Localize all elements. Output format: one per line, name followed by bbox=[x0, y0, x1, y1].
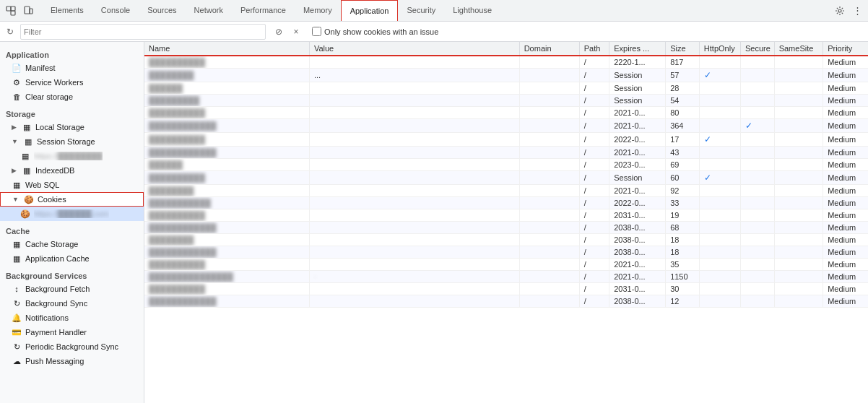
cell-httponly bbox=[699, 246, 740, 259]
table-row[interactable]: ██████/2023-0...69Medium bbox=[144, 159, 868, 171]
table-row[interactable]: ██████████/2022-0...17✓Medium bbox=[144, 133, 868, 147]
cell-samesite bbox=[774, 283, 823, 295]
refresh-button[interactable]: ↻ bbox=[3, 25, 17, 39]
sidebar-label-indexeddb: IndexedDB bbox=[35, 166, 74, 175]
issue-filter-checkbox[interactable] bbox=[312, 27, 321, 36]
close-filter-icon[interactable]: × bbox=[289, 25, 303, 39]
table-row[interactable]: ████████████/2038-0...18Medium bbox=[144, 246, 868, 259]
sidebar-item-session-https[interactable]: ▦ https://████████ bbox=[0, 149, 144, 163]
table-row[interactable]: ████████████/2021-0...364✓Medium bbox=[144, 119, 868, 133]
table-row[interactable]: ████████████/2038-0...68Medium bbox=[144, 222, 868, 234]
table-row[interactable]: █████████/Session54Medium bbox=[144, 95, 868, 107]
tab-performance[interactable]: Performance bbox=[232, 0, 295, 21]
cell-secure bbox=[740, 185, 774, 197]
cell-httponly bbox=[699, 82, 740, 95]
cell-httponly bbox=[699, 159, 740, 171]
cell-domain bbox=[519, 69, 579, 82]
cell-samesite bbox=[774, 271, 823, 283]
col-header-name[interactable]: Name bbox=[144, 42, 309, 56]
cell-value bbox=[309, 119, 519, 133]
cell-samesite bbox=[774, 197, 823, 209]
table-row[interactable]: ████████/2021-0...92Medium bbox=[144, 185, 868, 197]
table-row[interactable]: ███████████/2022-0...33Medium bbox=[144, 197, 868, 209]
sidebar-item-application-cache[interactable]: ▦ Application Cache bbox=[0, 251, 144, 266]
table-row[interactable]: ██████████/2220-1...817Medium bbox=[144, 56, 868, 69]
table-row[interactable]: ████████/2038-0...18Medium bbox=[144, 234, 868, 246]
sidebar-item-notifications[interactable]: 🔔 Notifications bbox=[0, 311, 144, 325]
clear-filter-icon[interactable]: ⊘ bbox=[272, 25, 286, 39]
sidebar-item-cache-storage[interactable]: ▦ Cache Storage bbox=[0, 237, 144, 251]
table-row[interactable]: ███████████████·/2021-0...1150Medium bbox=[144, 271, 868, 283]
device-icon[interactable] bbox=[20, 3, 36, 19]
cell-domain bbox=[519, 133, 579, 147]
table-row[interactable]: ██████/Session28Medium bbox=[144, 82, 868, 95]
sidebar-item-payment-handler[interactable]: 💳 Payment Handler bbox=[0, 325, 144, 339]
svg-rect-1 bbox=[11, 11, 15, 15]
filter-input[interactable] bbox=[24, 27, 262, 36]
more-icon[interactable]: ⋮ bbox=[849, 3, 865, 19]
filter-input-wrap[interactable] bbox=[20, 24, 266, 40]
cell-priority: Medium bbox=[823, 259, 868, 271]
sidebar-item-bg-sync[interactable]: ↻ Background Sync bbox=[0, 296, 144, 311]
col-header-path[interactable]: Path bbox=[579, 42, 609, 56]
cell-samesite bbox=[774, 82, 823, 95]
cell-httponly bbox=[699, 197, 740, 209]
table-row[interactable]: ██████████/Session60✓Medium bbox=[144, 171, 868, 185]
table-row[interactable]: ████████████/2038-0...12Medium bbox=[144, 295, 868, 308]
cell-httponly: ✓ bbox=[699, 133, 740, 147]
sidebar-item-local-storage[interactable]: ▶ ▦ Local Storage bbox=[0, 120, 144, 134]
cell-path: / bbox=[579, 283, 609, 295]
col-header-domain[interactable]: Domain bbox=[519, 42, 579, 56]
cell-secure bbox=[740, 283, 774, 295]
tab-elements[interactable]: Elements bbox=[42, 0, 92, 21]
cell-domain bbox=[519, 222, 579, 234]
table-row[interactable]: ██████████/2031-0...30Medium bbox=[144, 283, 868, 295]
col-header-priority[interactable]: Priority bbox=[823, 42, 868, 56]
manifest-icon: 📄 bbox=[12, 63, 22, 73]
table-row[interactable]: ██████████/2031-0...19Medium bbox=[144, 209, 868, 222]
top-bar: Elements Console Sources Network Perform… bbox=[0, 0, 868, 22]
table-row[interactable]: ██████████/2021-0...35Medium bbox=[144, 259, 868, 271]
tab-console[interactable]: Console bbox=[92, 0, 139, 21]
col-header-httponly[interactable]: HttpOnly bbox=[699, 42, 740, 56]
tab-lighthouse[interactable]: Lighthouse bbox=[444, 0, 500, 21]
sidebar-item-session-storage[interactable]: ▼ ▦ Session Storage bbox=[0, 134, 144, 149]
col-header-size[interactable]: Size bbox=[666, 42, 700, 56]
settings-icon[interactable] bbox=[832, 3, 848, 19]
cell-priority: Medium bbox=[823, 147, 868, 159]
issue-filter-wrap[interactable]: Only show cookies with an issue bbox=[312, 27, 438, 36]
tab-network[interactable]: Network bbox=[186, 0, 232, 21]
sidebar-item-indexeddb[interactable]: ▶ ▦ IndexedDB bbox=[0, 163, 144, 178]
cell-name: ██████████ bbox=[144, 171, 309, 185]
cell-size: 60 bbox=[666, 171, 700, 185]
cell-expires: Session bbox=[609, 171, 666, 185]
table-row[interactable]: ████████.../Session57✓Medium bbox=[144, 69, 868, 82]
cell-domain bbox=[519, 271, 579, 283]
sidebar-item-cookies[interactable]: ▼ 🍪 Cookies bbox=[0, 192, 144, 207]
col-header-samesite[interactable]: SameSite bbox=[774, 42, 823, 56]
cell-expires: 2021-0... bbox=[609, 259, 666, 271]
sidebar-item-periodic-bg-sync[interactable]: ↻ Periodic Background Sync bbox=[0, 339, 144, 354]
sidebar-item-push-messaging[interactable]: ☁ Push Messaging bbox=[0, 354, 144, 368]
sidebar-item-service-workers[interactable]: ⚙ Service Workers bbox=[0, 75, 144, 90]
sidebar-item-cookies-url[interactable]: 🍪 https://██████.com bbox=[0, 207, 144, 221]
sidebar-item-web-sql[interactable]: ▦ Web SQL bbox=[0, 178, 144, 192]
inspect-icon[interactable] bbox=[3, 3, 19, 19]
table-scroll[interactable]: Name Value Domain Path Expires ... Size … bbox=[144, 42, 868, 403]
cell-expires: 2021-0... bbox=[609, 107, 666, 119]
content-area: Name Value Domain Path Expires ... Size … bbox=[144, 42, 868, 403]
col-header-expires[interactable]: Expires ... bbox=[609, 42, 666, 56]
tab-application[interactable]: Application bbox=[341, 0, 399, 21]
sidebar-item-bg-fetch[interactable]: ↕ Background Fetch bbox=[0, 282, 144, 296]
col-header-secure[interactable]: Secure bbox=[740, 42, 774, 56]
cell-domain bbox=[519, 119, 579, 133]
sidebar-item-manifest[interactable]: 📄 Manifest bbox=[0, 61, 144, 75]
tab-security[interactable]: Security bbox=[398, 0, 444, 21]
sidebar-label-session-storage: Session Storage bbox=[37, 137, 95, 146]
col-header-value[interactable]: Value bbox=[309, 42, 519, 56]
table-row[interactable]: ████████████/2021-0...43Medium bbox=[144, 147, 868, 159]
tab-sources[interactable]: Sources bbox=[139, 0, 185, 21]
tab-memory[interactable]: Memory bbox=[295, 0, 341, 21]
table-row[interactable]: ██████████/2021-0...80Medium bbox=[144, 107, 868, 119]
sidebar-item-clear-storage[interactable]: 🗑 Clear storage bbox=[0, 90, 144, 104]
